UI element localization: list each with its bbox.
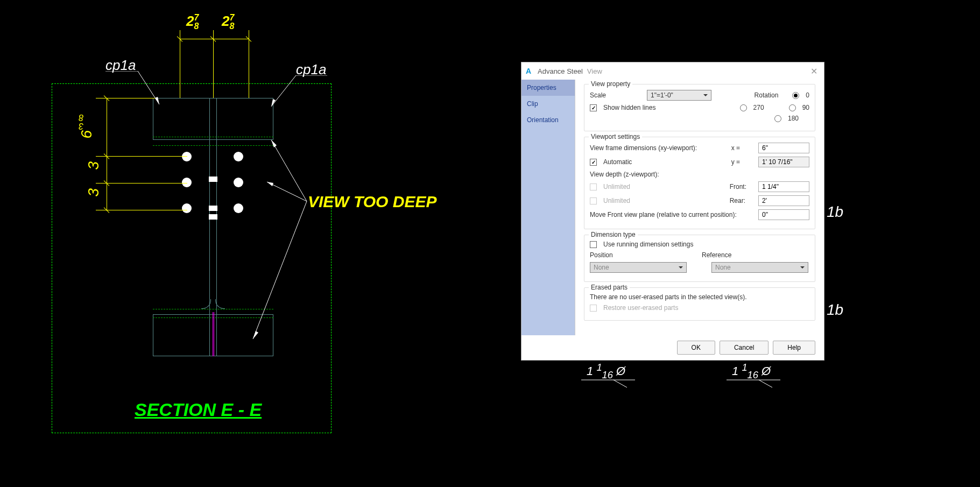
svg-line-13	[614, 380, 627, 387]
bg-label-1: 1b	[827, 203, 843, 221]
close-icon[interactable]: ✕	[808, 66, 820, 76]
help-button[interactable]: Help	[773, 341, 815, 355]
dialog-title: Advance Steel	[538, 67, 583, 75]
rotation-90-radio[interactable]	[789, 104, 796, 111]
svg-line-4	[271, 75, 296, 107]
dim-top-left: 278	[186, 13, 199, 31]
svg-line-6	[271, 140, 307, 201]
cancel-button[interactable]: Cancel	[720, 341, 769, 355]
dim-top-right: 278	[222, 13, 234, 31]
group-erased-parts: Erased parts There are no user-erased pa…	[584, 287, 815, 321]
rear-label: Rear:	[730, 197, 745, 204]
app-icon: A	[526, 67, 534, 75]
y-label: y =	[731, 158, 740, 166]
svg-line-10	[253, 201, 307, 339]
svg-marker-5	[271, 99, 276, 107]
scale-label: Scale	[590, 91, 606, 99]
show-hidden-checkbox[interactable]	[590, 104, 597, 111]
svg-line-8	[267, 182, 307, 201]
sidebar-item-orientation[interactable]: Orientation	[521, 112, 575, 128]
move-front-label: Move Front view plane (relative to curre…	[590, 211, 737, 218]
show-hidden-label: Show hidden lines	[603, 104, 655, 111]
use-running-checkbox[interactable]	[590, 241, 597, 248]
group-title-view-property: View property	[589, 80, 632, 88]
group-dimension-type: Dimension type Use running dimension set…	[584, 235, 815, 282]
restore-label: Restore user-erased parts	[603, 304, 678, 312]
scale-select[interactable]: 1"=1'-0"	[647, 90, 711, 101]
ok-button[interactable]: OK	[677, 341, 715, 355]
rear-input[interactable]	[758, 195, 809, 206]
dim-v-bot: 3	[85, 188, 102, 197]
reference-label: Reference	[702, 251, 731, 259]
view-depth-label: View depth (z-viewport):	[590, 171, 659, 178]
unlimited-rear-checkbox[interactable]	[590, 197, 597, 204]
svg-line-15	[759, 380, 772, 387]
group-title-dimension: Dimension type	[589, 231, 638, 238]
svg-marker-7	[271, 140, 277, 147]
automatic-label: Automatic	[603, 158, 632, 166]
svg-marker-11	[253, 331, 258, 339]
cad-canvas[interactable]: 278 278 638 3 3 cp1a cp1a VIEW TOO DEEP …	[0, 0, 980, 487]
svg-marker-2	[155, 97, 159, 104]
position-select: None	[590, 262, 687, 273]
rotation-0-radio[interactable]	[792, 92, 799, 99]
front-input[interactable]	[758, 181, 809, 192]
reference-select: None	[711, 262, 808, 273]
dialog-subtitle: View	[587, 67, 602, 75]
rotation-label: Rotation	[755, 91, 779, 99]
front-label: Front:	[730, 183, 746, 190]
restore-checkbox	[590, 305, 597, 312]
rotation-270-radio[interactable]	[740, 104, 747, 111]
view-properties-dialog: A Advance Steel View ✕ Properties Clip O…	[521, 62, 824, 361]
move-front-input[interactable]	[758, 209, 809, 220]
automatic-checkbox[interactable]	[590, 159, 597, 166]
dialog-footer: OK Cancel Help	[521, 335, 824, 360]
y-input[interactable]	[758, 157, 809, 167]
position-label: Position	[590, 251, 697, 259]
section-title: SECTION E - E	[135, 399, 262, 420]
group-viewport-settings: Viewport settings View frame dimensions …	[584, 137, 815, 229]
unlimited-rear-label: Unlimited	[603, 197, 630, 204]
erased-message: There are no user-erased parts in the se…	[590, 293, 746, 301]
group-title-erased: Erased parts	[589, 284, 630, 291]
sidebar-item-properties[interactable]: Properties	[521, 80, 575, 96]
dialog-sidebar: Properties Clip Orientation	[521, 80, 575, 335]
bg-label-2: 1b	[827, 301, 843, 319]
rotation-180-radio[interactable]	[774, 115, 781, 122]
svg-marker-9	[267, 182, 273, 186]
dim-v-mid: 3	[85, 161, 102, 170]
unlimited-front-checkbox[interactable]	[590, 183, 597, 190]
sidebar-item-clip[interactable]: Clip	[521, 96, 575, 112]
unlimited-front-label: Unlimited	[603, 183, 630, 190]
vf-dims-label: View frame dimensions (xy-viewport):	[590, 144, 697, 152]
group-view-property: View property Scale 1"=1'-0" Rotation 0 …	[584, 84, 815, 131]
dialog-titlebar[interactable]: A Advance Steel View ✕	[521, 62, 824, 80]
group-title-viewport: Viewport settings	[589, 133, 642, 140]
x-input[interactable]	[758, 143, 809, 153]
x-label: x =	[731, 144, 740, 152]
dim-v-top: 638	[78, 113, 95, 139]
dialog-content: View property Scale 1"=1'-0" Rotation 0 …	[575, 80, 824, 335]
use-running-label: Use running dimension settings	[603, 241, 693, 248]
